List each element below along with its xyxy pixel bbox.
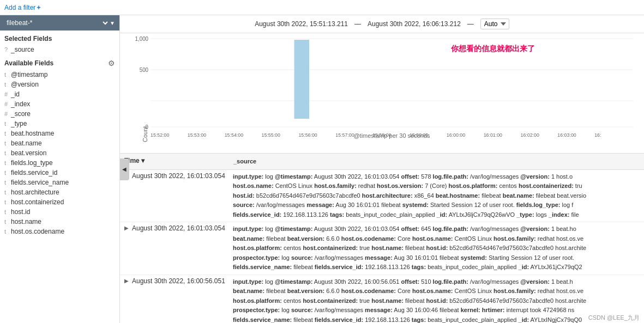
field-key: host.os.platform: — [449, 182, 498, 189]
field-name: @timestamp — [11, 71, 48, 78]
available-field-item[interactable]: t@timestamp — [0, 70, 119, 80]
field-name: _score — [11, 110, 31, 118]
available-field-item[interactable]: #_score — [0, 109, 119, 119]
source-line: fields.service_name: filebeat fields.ser… — [233, 263, 640, 272]
available-fields-header: Available Fields ⚙ — [0, 54, 119, 70]
field-type-icon: t — [4, 140, 9, 147]
table-row-summary[interactable]: ▶August 30th 2022, 16:01:03.054input.typ… — [120, 170, 644, 222]
interval-select[interactable]: Auto 1s5s10s30s1m5m — [480, 19, 509, 29]
field-key: prospector.type: — [233, 307, 280, 313]
field-type-icon: # — [4, 111, 9, 117]
field-key: fields.service_id: — [315, 316, 363, 323]
col-time-header[interactable]: Time ▾ — [124, 157, 233, 166]
selected-fields-title: Selected Fields — [0, 31, 119, 45]
field-key: host.containerized: — [519, 182, 574, 189]
index-pattern-selector[interactable]: filebeat-* ▼ — [0, 15, 119, 31]
expand-arrow-icon[interactable]: ▶ — [124, 225, 129, 231]
time-range-bar: August 30th 2022, 15:51:13.211 — August … — [120, 15, 644, 33]
source-line: fields.service_name: filebeat fields.ser… — [233, 315, 640, 324]
available-field-item[interactable]: tbeat.version — [0, 148, 119, 158]
source-line: input.type: log @timestamp: August 30th … — [233, 172, 640, 181]
add-filter-button[interactable]: Add a filter + — [4, 4, 40, 11]
field-name: @version — [11, 81, 39, 88]
field-name: host.name — [11, 218, 41, 226]
selected-field-item[interactable]: ?_source — [0, 45, 119, 54]
available-field-item[interactable]: thost.containerized — [0, 197, 119, 207]
available-field-item[interactable]: tfields.log_type — [0, 158, 119, 168]
time-range-end: August 30th 2022, 16:06:13.212 — [368, 20, 461, 28]
field-key: tags: — [412, 316, 426, 323]
collapse-toggle[interactable]: ◀ — [120, 159, 129, 180]
field-type-icon: # — [4, 91, 9, 97]
field-key: host.containerized: — [303, 245, 358, 251]
field-key: host.os.name: — [412, 288, 453, 294]
field-key: host.architecture: — [362, 192, 413, 199]
available-field-item[interactable]: thost.os.codename — [0, 227, 119, 236]
row-time: August 30th 2022, 16:01:03.054 — [132, 172, 233, 180]
field-type-icon: # — [4, 101, 9, 107]
field-key: host.os.family: — [493, 235, 536, 242]
content-area: ◀ August 30th 2022, 15:51:13.211 — Augus… — [120, 15, 644, 323]
field-key: input.type: — [233, 173, 263, 180]
field-key: log.file.path: — [433, 226, 468, 232]
col-source-header: _source — [233, 157, 640, 166]
field-key: host.os.family: — [493, 288, 536, 294]
available-field-item[interactable]: tbeat.name — [0, 138, 119, 148]
field-key: beat.version: — [287, 235, 324, 242]
field-name: host.architecture — [11, 188, 59, 196]
available-field-item[interactable]: #_index — [0, 99, 119, 109]
available-field-item[interactable]: thost.id — [0, 207, 119, 217]
field-key: host.id: — [233, 192, 255, 199]
available-field-item[interactable]: tbeat.hostname — [0, 129, 119, 138]
available-field-item[interactable]: tfields.service_name — [0, 178, 119, 187]
field-key: message: — [365, 307, 393, 313]
field-name: fields.log_type — [11, 159, 53, 167]
y-axis-label: Count — [142, 39, 148, 142]
source-line: beat.name: filebeat beat.version: 6.6.0 … — [233, 234, 640, 243]
field-key: host.name: — [371, 245, 404, 251]
field-name: host.containerized — [11, 198, 64, 206]
field-key: hrtimer: — [482, 307, 505, 313]
field-name: _id — [11, 90, 20, 98]
field-key: source: — [291, 307, 313, 313]
field-key: log.file.path: — [433, 278, 468, 285]
field-key: systemd: — [461, 254, 487, 261]
field-key: source: — [233, 202, 255, 208]
expand-arrow-icon[interactable]: ▶ — [124, 278, 129, 284]
field-key: @timestamp: — [275, 278, 312, 285]
available-field-item[interactable]: tfields.service_id — [0, 168, 119, 178]
field-key: host.os.platform: — [233, 245, 282, 251]
field-type-icon: t — [4, 120, 9, 127]
field-type-icon: t — [4, 189, 9, 196]
field-key: host.id: — [426, 297, 448, 304]
available-fields-list: t@timestampt@version#_id#_index#_scoret_… — [0, 70, 119, 236]
table-row-summary[interactable]: ▶August 30th 2022, 16:00:56.051input.typ… — [120, 275, 644, 324]
available-field-item[interactable]: thost.name — [0, 217, 119, 227]
available-field-item[interactable]: #_id — [0, 89, 119, 99]
source-line: input.type: log @timestamp: August 30th … — [233, 224, 640, 234]
field-name: host.os.codename — [11, 228, 64, 235]
index-pattern-select[interactable]: filebeat-* — [4, 19, 110, 27]
row-source: input.type: log @timestamp: August 30th … — [233, 172, 640, 220]
field-key: @version: — [520, 278, 550, 285]
field-key: fields.log_type: — [516, 202, 561, 208]
field-type-icon: t — [4, 150, 9, 156]
time-range-dash: — — [354, 20, 361, 28]
field-key: source: — [291, 254, 313, 261]
table-row-summary[interactable]: ▶August 30th 2022, 16:01:03.054input.typ… — [120, 222, 644, 275]
field-key: _id: — [437, 211, 448, 218]
available-field-item[interactable]: t@version — [0, 80, 119, 89]
row-time: August 30th 2022, 16:01:03.054 — [132, 224, 233, 232]
available-field-item[interactable]: t_type — [0, 119, 119, 129]
field-type-icon: t — [4, 160, 9, 166]
table-rows: ▶August 30th 2022, 16:01:03.054input.typ… — [120, 170, 644, 324]
available-field-item[interactable]: thost.architecture — [0, 187, 119, 197]
field-key: host.name: — [371, 297, 404, 304]
field-name: _index — [11, 100, 30, 108]
field-key: tags: — [412, 264, 426, 270]
gear-icon[interactable]: ⚙ — [108, 59, 115, 68]
plus-icon: + — [37, 4, 40, 11]
field-key: beat.version: — [287, 288, 324, 294]
source-line: host.os.name: CentOS Linux host.os.famil… — [233, 181, 640, 191]
source-line: prospector.type: log source: /var/log/me… — [233, 306, 640, 315]
